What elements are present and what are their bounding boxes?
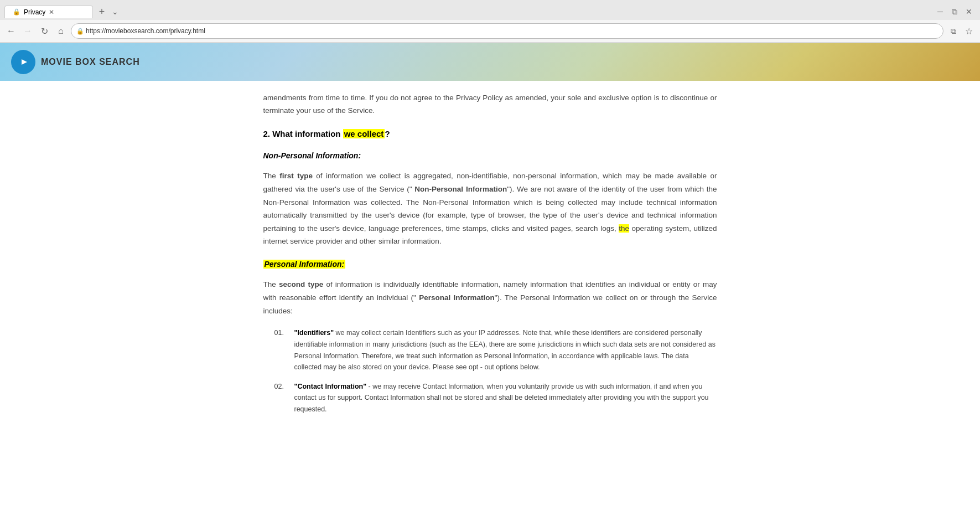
section2-heading: 2. What information we collect? [263,127,717,141]
site-header: MOVIE BOX SEARCH [0,43,980,81]
tab-title: Privacy [24,8,45,16]
personal-info-bold: Personal Information [419,293,495,302]
para2-post: of information is individually identifia… [263,280,717,315]
non-personal-info-bold: Non-Personal Information [414,185,507,193]
list-number-2: 02. [274,381,290,415]
intro-cutoff-paragraph: amendments from time to time. If you do … [263,92,717,117]
personal-info-heading: Personal Information: [263,260,346,269]
list-item: 01. "Identifiers" we may collect certain… [274,327,717,373]
first-type-paragraph: The first type of information we collect… [263,169,717,248]
browser-actions: ⧉ ☆ [947,24,976,38]
bookmark-button[interactable]: ☆ [962,24,976,38]
para1-pre: The [263,172,280,180]
identifiers-bold: "Identifiers" [294,329,334,337]
logo-container: MOVIE BOX SEARCH [11,50,140,74]
logo-play-svg [17,56,29,68]
browser-chrome: 🔒 Privacy ✕ + ⌄ ─ ⧉ ✕ ← → ↻ ⌂ 🔒 ⧉ ☆ [0,0,980,43]
personal-info-heading-wrapper: Personal Information: [263,258,717,270]
para2-pre: The [263,280,279,288]
lock-icon: 🔒 [76,28,84,35]
tab-menu-button[interactable]: ⌄ [108,5,122,18]
contact-info-bold: "Contact Information" [294,383,367,390]
we-collect-highlight: we collect [343,129,385,138]
back-button[interactable]: ← [4,24,18,38]
the-highlight: the [619,224,629,233]
restore-button[interactable]: ⧉ [948,5,961,18]
section2-heading-post: ? [385,129,390,138]
non-personal-heading: Non-Personal Information: [263,149,717,162]
tab-bar: 🔒 Privacy ✕ + ⌄ ─ ⧉ ✕ [0,0,980,20]
address-input[interactable] [71,23,943,39]
reload-button[interactable]: ↻ [38,24,51,38]
close-window-button[interactable]: ✕ [962,5,976,18]
tab-close-button[interactable]: ✕ [49,8,54,16]
para1-post: of information we collect is aggregated,… [263,172,717,245]
content-area: amendments from time to time. If you do … [241,81,739,445]
list-text-2: "Contact Information" - we may receive C… [294,381,717,415]
section2-heading-pre: 2. What information [263,129,343,138]
extensions-button[interactable]: ⧉ [947,24,960,38]
navigation-bar: ← → ↻ ⌂ 🔒 ⧉ ☆ [0,20,980,43]
second-type-bold: second type [279,280,323,288]
tab-icon: 🔒 [13,8,20,16]
active-tab[interactable]: 🔒 Privacy ✕ [4,6,93,18]
logo-icon [11,50,35,74]
list-text-1: "Identifiers" we may collect certain Ide… [294,327,717,373]
first-type-bold: first type [279,172,313,180]
logo-text: MOVIE BOX SEARCH [41,57,140,67]
list-number-1: 01. [274,327,290,373]
list-items: 01. "Identifiers" we may collect certain… [263,327,717,415]
second-type-paragraph: The second type of information is indivi… [263,278,717,317]
home-button[interactable]: ⌂ [54,24,68,38]
address-bar-wrapper: 🔒 [71,23,943,39]
minimize-button[interactable]: ─ [934,5,947,18]
new-tab-button[interactable]: + [95,5,108,18]
list-item: 02. "Contact Information" - we may recei… [274,381,717,415]
forward-button[interactable]: → [21,24,34,38]
